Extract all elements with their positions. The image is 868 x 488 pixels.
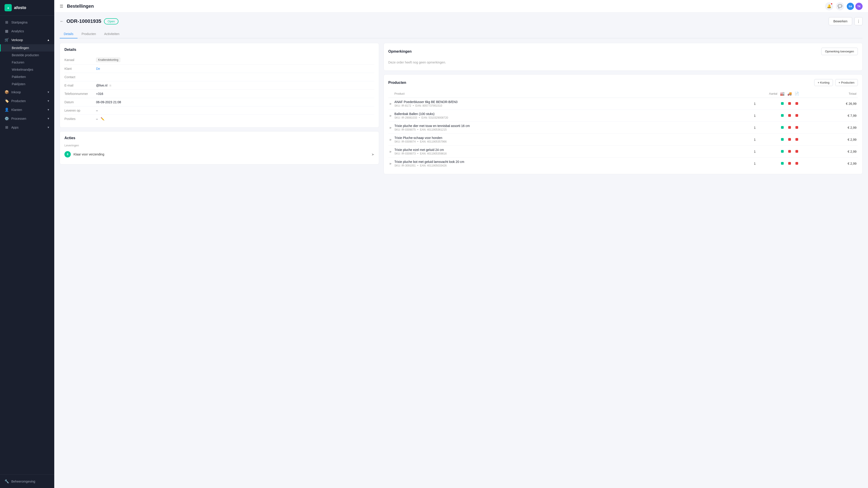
logo-area: a afosto — [0, 0, 54, 15]
product-name: Trixie pluche dier met touw en tennisbal… — [395, 124, 730, 128]
sidebar-item-producten[interactable]: 🏷️ Producten ▼ — [0, 96, 54, 105]
table-row: ▶ Trixie Pluche-schaap voor honden SKU: … — [388, 134, 858, 146]
sidebar-item-beheeromgeving[interactable]: 🔧 Beheeromgeving — [0, 477, 54, 486]
delivery-label: Klaar voor verzending — [73, 153, 369, 156]
sidebar-item-apps[interactable]: ⊞ Apps ▼ — [0, 123, 54, 132]
messages-button[interactable]: 💬 — [836, 2, 844, 10]
product-status-warehouse — [779, 110, 786, 122]
datum-label: Datum — [64, 100, 96, 104]
beheer-icon: 🔧 — [4, 479, 8, 484]
chevron-up-icon: ▲ — [47, 38, 50, 41]
sidebar-item-facturen[interactable]: Facturen — [0, 59, 54, 66]
expand-row-button[interactable]: ▶ — [390, 138, 392, 141]
main-content: ☰ Bestellingen 🔔 💬 SA TK ← ODR-10001935 … — [54, 0, 868, 488]
avatar-tk[interactable]: TK — [855, 3, 863, 10]
sidebar-item-label: Apps — [11, 126, 19, 129]
sidebar-item-analytics[interactable]: ▦ Analytics — [0, 27, 54, 35]
sidebar-item-startpagina[interactable]: ⊞ Startpagina — [0, 18, 54, 27]
add-opmerking-button[interactable]: Opmerking toevoegen — [821, 48, 858, 55]
product-meta: SKU: IR-0309073 • EAN: 4011905359816 — [395, 152, 730, 155]
red-dot-2 — [796, 114, 798, 117]
expand-row-button[interactable]: ▶ — [390, 162, 392, 165]
leveren-value: – — [96, 109, 98, 112]
more-options-button[interactable]: ⋮ — [855, 17, 863, 25]
green-dot — [781, 162, 784, 165]
add-producten-button[interactable]: + Producten — [835, 79, 858, 86]
green-dot — [781, 138, 784, 141]
tabs: Details Producten Activiteiten — [60, 30, 863, 38]
tab-activiteiten[interactable]: Activiteiten — [100, 30, 124, 38]
send-icon[interactable]: ➤ — [371, 152, 374, 157]
product-qty: 1 — [731, 146, 779, 158]
logo-text: afosto — [14, 5, 26, 10]
red-dot-2 — [796, 138, 798, 141]
expand-row-button[interactable]: ▶ — [390, 114, 392, 117]
product-qty: 1 — [731, 158, 779, 170]
product-total: € 26,99 — [800, 98, 858, 110]
product-status-warehouse — [779, 146, 786, 158]
red-dot — [788, 138, 791, 141]
analytics-icon: ▦ — [4, 29, 8, 33]
product-total: € 2,99 — [800, 158, 858, 170]
kanaal-value: Knallendekorting — [96, 58, 120, 62]
edit-button[interactable]: Bewerken — [829, 17, 852, 25]
warehouse-icon: 🏭 — [780, 92, 784, 96]
processen-icon: ⚙️ — [4, 116, 8, 121]
klant-value[interactable]: De — [96, 67, 100, 70]
details-row-datum: Datum 06-09-2023 21:08 — [64, 98, 374, 106]
tab-details[interactable]: Details — [60, 30, 78, 38]
sidebar-sub-label: Pakketten — [12, 75, 26, 78]
avatar-sa[interactable]: SA — [847, 3, 854, 10]
table-row: ▶ ANAF Poederblusser 6kg BE BENOR-B/EN3 … — [388, 98, 858, 110]
sidebar-item-bestellingen[interactable]: Bestellingen — [0, 44, 54, 52]
edit-posities-icon[interactable]: ✏️ — [101, 117, 104, 121]
back-button[interactable]: ← — [60, 19, 64, 24]
sidebar-item-pakketten[interactable]: Pakketten — [0, 73, 54, 80]
sidebar-item-processen[interactable]: ⚙️ Processen ▼ — [0, 114, 54, 123]
leveringen-title: Leveringen — [64, 144, 96, 147]
details-card-title: Details — [64, 48, 374, 52]
details-row-klant: Klant De — [64, 65, 374, 73]
chevron-down-icon: ▼ — [47, 108, 50, 111]
sidebar: a afosto ⊞ Startpagina ▦ Analytics 🛒 Ver… — [0, 0, 54, 488]
korting-button[interactable]: + Korting — [814, 79, 833, 86]
posities-value: – ✏️ — [96, 117, 104, 121]
no-opmerkingen-text: Deze order heeft nog geen opmerkingen. — [388, 59, 858, 66]
tab-producten[interactable]: Producten — [78, 30, 100, 38]
sidebar-item-winkelmandjes[interactable]: Winkelmandjes — [0, 66, 54, 73]
sidebar-item-label: Startpagina — [11, 21, 28, 24]
sidebar-item-klanten[interactable]: 👤 Klanten ▼ — [0, 105, 54, 114]
sidebar-sub-label: Paklijsten — [12, 82, 25, 86]
table-row: ▶ Trixie pluche bot met geluid lamsvacht… — [388, 158, 858, 170]
table-row: ▶ Trixie pluche dier met touw en tennisb… — [388, 122, 858, 134]
topbar-actions: 🔔 💬 SA TK — [825, 2, 863, 10]
copy-icon[interactable]: ⎘ — [110, 84, 111, 87]
telefoon-label: Telefoonnummer — [64, 92, 96, 96]
product-name: Ballenbak Ballen (100 stuks) — [395, 112, 730, 116]
verkoop-icon: 🛒 — [4, 38, 8, 42]
expand-row-button[interactable]: ▶ — [390, 126, 392, 129]
notifications-button[interactable]: 🔔 — [825, 2, 833, 10]
sidebar-item-inkoop[interactable]: 📦 Inkoop ▼ — [0, 88, 54, 96]
sidebar-item-label: Inkoop — [11, 90, 21, 94]
red-dot-2 — [796, 126, 798, 129]
sidebar-nav: ⊞ Startpagina ▦ Analytics 🛒 Verkoop ▲ Be… — [0, 15, 54, 475]
product-total: € 2,99 — [800, 146, 858, 158]
expand-row-button[interactable]: ▶ — [390, 150, 392, 153]
expand-row-button[interactable]: ▶ — [390, 102, 392, 105]
product-status-delivery — [786, 146, 793, 158]
menu-icon[interactable]: ☰ — [60, 4, 63, 9]
delivery-badge: 8 — [64, 151, 71, 158]
avatar-group: SA TK — [847, 3, 863, 10]
opmerkingen-card: Opmerkingen Opmerking toevoegen Deze ord… — [383, 43, 863, 71]
document-icon: 📄 — [795, 92, 799, 96]
sidebar-item-paklijsten[interactable]: Paklijsten — [0, 80, 54, 88]
page-header-actions: Bewerken ⋮ — [829, 17, 863, 25]
klanten-icon: 👤 — [4, 107, 8, 112]
sidebar-item-bestelde-producten[interactable]: Bestelde producten — [0, 52, 54, 59]
red-dot — [788, 114, 791, 117]
sidebar-item-label: Verkoop — [11, 38, 23, 42]
sidebar-item-verkoop[interactable]: 🛒 Verkoop ▲ — [0, 35, 54, 44]
product-meta: SKU: IR-8172 • EAN: 8057737951510 — [395, 104, 730, 107]
product-meta: SKU: IR-0309075 • EAN: 4011905361215 — [395, 128, 730, 131]
